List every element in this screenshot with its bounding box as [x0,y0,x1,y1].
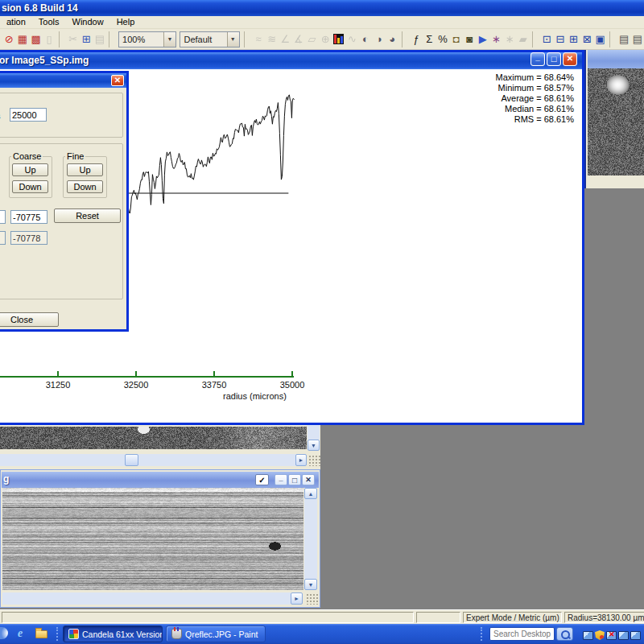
background-strip-window[interactable] [0,425,320,469]
sector-plot-icon: ∠ [279,31,292,47]
horizontal-scrollbar-track[interactable] [2,592,291,605]
folder-icon[interactable] [35,630,47,638]
desktop: g or Image5_SSp.img Maximum = 68.64%Mini… [0,0,644,644]
burst-icon[interactable]: ∗ [489,31,503,47]
security-shield-icon[interactable] [595,630,605,640]
vertical-scrollbar-track[interactable] [308,425,320,440]
maximize-button[interactable] [288,474,301,485]
chevron-down-icon[interactable] [163,32,175,47]
taskbar-button-paint[interactable]: Qreflec.JPG - Paint [166,625,266,642]
export-data-icon[interactable]: ▩ [29,31,43,47]
menu-item-help[interactable]: Help [110,16,142,28]
polar-target-icon: ⊕ [319,31,332,47]
noise-image-fragment[interactable] [588,68,644,175]
radius-label-fragment: s [0,111,1,121]
internet-explorer-icon[interactable]: e [18,627,23,640]
contrast-high-icon[interactable]: ◕ [386,31,399,47]
status-mode: Expert Mode / Metric (µm) [463,612,562,623]
network-disconnected-icon[interactable] [606,631,617,640]
readout-field-clipped [0,231,6,245]
percent-icon[interactable]: % [436,31,450,47]
offset-input-clipped[interactable] [0,210,6,224]
reset-button[interactable]: Reset [54,208,121,223]
minimize-button[interactable] [275,474,287,485]
import-data-icon[interactable]: ▦ [16,31,30,47]
maximize-button[interactable] [547,52,561,66]
app-titlebar[interactable]: sion 6.8 Build 14 [0,0,644,16]
menu-item-window[interactable]: Window [66,16,110,28]
radius-input[interactable] [10,108,47,122]
recipe-combo-value: Default [180,32,226,47]
zoom-combo[interactable]: 100% [118,31,176,47]
axis-tick-label: 31250 [32,380,84,390]
pointer-dart-icon[interactable]: ▶ [477,31,490,47]
vertical-scrollbar-track[interactable] [304,499,317,579]
coarse-up-button[interactable]: Up [12,163,48,176]
device-icon[interactable] [630,631,641,640]
close-all-windows-icon[interactable]: ⊠ [580,31,594,47]
image-viewer-window[interactable]: g [0,469,320,608]
background-window-titlebar[interactable] [588,50,644,68]
scroll-right-button[interactable] [295,454,307,466]
sum-icon[interactable]: Σ [423,31,436,47]
fine-down-button[interactable]: Down [67,180,103,193]
snapshot-icon[interactable]: ▣ [593,31,607,47]
horizontal-scrollbar-thumb[interactable] [125,454,138,466]
background-image-window-fragment[interactable] [584,50,644,188]
taskbar-button-candela[interactable]: Candela 61xx Version... [63,625,163,642]
pour-icon[interactable]: ◙ [463,31,477,47]
axis-tick-label: 33750 [188,380,240,390]
close-button[interactable] [563,52,577,66]
minimize-button[interactable] [530,52,545,66]
dialog-close-button[interactable] [111,75,124,86]
search-icon[interactable] [556,627,573,641]
surface-scan-image[interactable] [2,488,303,590]
dialog-titlebar[interactable] [0,73,126,88]
coarse-down-button[interactable]: Down [12,180,48,193]
menu-item-tools[interactable]: Tools [32,16,66,28]
noise-strip-image[interactable] [0,427,307,449]
partial-app-icon[interactable] [0,627,8,639]
resize-grip[interactable] [308,454,320,466]
contrast-low-icon[interactable]: ◐ [359,31,373,47]
dialog-close-action-button[interactable]: Close [0,312,59,327]
chevron-down-icon[interactable] [227,32,239,47]
tile-vertical-icon[interactable]: ⊞ [567,31,580,47]
scroll-down-button[interactable] [304,579,317,590]
resize-grip[interactable] [305,592,320,605]
select-check-button[interactable] [255,474,269,485]
recipe-combo[interactable]: Default [180,31,239,47]
position-adjust-dialog[interactable]: s Coarse Up Down Fine Up Down Reset Clos… [0,71,129,332]
offset-input[interactable] [10,210,47,224]
image-window-titlebar[interactable]: g [2,472,319,488]
axis-tick-label: 35000 [266,380,318,390]
cascade-windows-icon[interactable]: ⊡ [540,31,554,47]
scroll-down-button[interactable] [308,440,320,451]
stat-line: Median = 68.61% [495,104,574,114]
monitor-icon[interactable] [583,631,593,640]
menu-item-ation[interactable]: ation [0,16,32,28]
radial-plot-titlebar[interactable]: or Image5_SSp.img [0,52,582,69]
surface-view-icon: ▱ [305,31,319,47]
histogram-icon[interactable] [332,31,345,47]
search-input[interactable] [489,627,555,641]
no-entry-icon[interactable]: ⊘ [2,31,16,47]
contrast-mid-icon[interactable]: ◑ [372,31,386,47]
eraser-icon: ▰ [516,31,530,47]
stamp-icon[interactable]: ◘ [449,31,463,47]
fine-up-button[interactable]: Up [67,163,103,176]
scroll-right-button[interactable] [291,592,303,605]
print-icon[interactable]: ▤ [617,31,631,47]
copy-icon[interactable]: ⊞ [80,31,93,47]
stat-line: Maximum = 68.64% [495,72,574,83]
close-button[interactable] [302,474,315,485]
print-preview-icon[interactable]: ▤ [631,31,644,47]
scroll-up-button[interactable] [304,488,317,499]
horizontal-scrollbar-track[interactable] [0,454,296,466]
status-panel-small [416,612,460,623]
function-icon[interactable]: ƒ [409,31,423,47]
network-icon[interactable] [618,631,629,640]
taskbar: e Candela 61xx Version... Qreflec.JPG - … [0,624,644,644]
toolbar-separator [402,31,407,47]
tile-horizontal-icon[interactable]: ⊟ [554,31,568,47]
